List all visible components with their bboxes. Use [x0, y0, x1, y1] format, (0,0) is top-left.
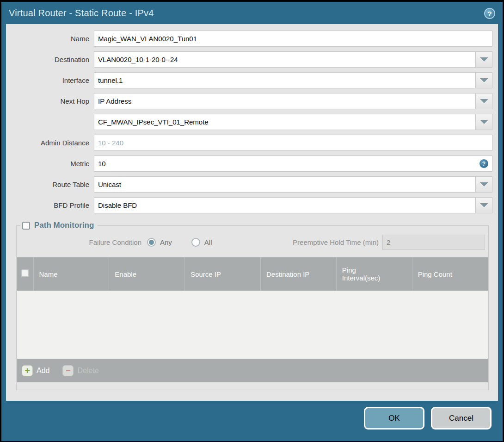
table-header-source-ip: Source IP: [185, 257, 261, 291]
dialog-content: Name Destination Interface Next Hop: [6, 24, 498, 401]
metric-help-icon[interactable]: ?: [479, 159, 488, 168]
route-table-dropdown-button[interactable]: [476, 176, 492, 193]
destination-row: Destination: [6, 51, 498, 68]
failure-condition-row: Failure Condition Any All Preemptive Hol…: [17, 235, 488, 250]
cancel-button[interactable]: Cancel: [431, 407, 492, 430]
failure-condition-any-radio: [147, 238, 156, 247]
route-table-input[interactable]: [94, 176, 476, 193]
name-row: Name: [6, 31, 498, 47]
next-hop-type-dropdown-button[interactable]: [476, 93, 492, 109]
dialog-frame: Virtual Router - Static Route - IPv4 ? N…: [1, 2, 503, 441]
chevron-down-icon: [480, 78, 488, 82]
bfd-profile-dropdown-button[interactable]: [476, 197, 492, 213]
preemptive-hold-time-input: [382, 235, 485, 250]
table-empty-area: [17, 291, 488, 359]
path-monitoring-checkbox[interactable]: [22, 222, 30, 230]
chevron-down-icon: [480, 57, 488, 62]
bfd-profile-label: BFD Profile: [6, 201, 94, 209]
route-table-row: Route Table: [6, 176, 498, 193]
metric-label: Metric: [6, 160, 94, 168]
name-input[interactable]: [94, 31, 492, 47]
interface-row: Interface: [6, 72, 498, 88]
name-label: Name: [6, 35, 94, 43]
delete-button-label: Delete: [77, 367, 98, 375]
next-hop-label: Next Hop: [6, 97, 94, 105]
failure-condition-any-label: Any: [160, 238, 172, 246]
next-hop-type-input[interactable]: [94, 93, 476, 109]
delete-button: − Delete: [62, 365, 98, 376]
destination-label: Destination: [6, 56, 94, 63]
table-toolbar: + Add − Delete: [17, 359, 488, 382]
delete-minus-icon: −: [62, 365, 74, 376]
dialog-title: Virtual Router - Static Route - IPv4: [9, 8, 154, 19]
interface-input[interactable]: [94, 72, 476, 88]
metric-input[interactable]: [94, 156, 492, 172]
table-header-ping-interval: Ping Interval(sec): [336, 257, 412, 291]
route-table-label: Route Table: [6, 181, 94, 188]
bfd-profile-input[interactable]: [94, 197, 476, 213]
next-hop-row: Next Hop: [6, 93, 498, 109]
bfd-profile-row: BFD Profile: [6, 197, 498, 213]
chevron-down-icon: [480, 182, 488, 187]
dialog-footer: OK Cancel: [1, 401, 503, 441]
path-monitoring-legend: Path Monitoring: [20, 221, 98, 230]
table-empty-row: [17, 291, 488, 359]
interface-dropdown-button[interactable]: [476, 72, 492, 88]
add-plus-icon: +: [22, 365, 33, 376]
help-icon[interactable]: ?: [484, 8, 495, 19]
add-button-label: Add: [37, 367, 49, 375]
table-header-destination-ip: Destination IP: [260, 257, 336, 291]
next-hop-address-input[interactable]: [94, 114, 476, 130]
interface-label: Interface: [6, 76, 94, 84]
next-hop-address-row: [6, 114, 498, 130]
ok-button[interactable]: OK: [364, 407, 424, 430]
admin-distance-label: Admin Distance: [6, 139, 94, 147]
chevron-down-icon: [480, 120, 488, 124]
path-monitoring-title: Path Monitoring: [34, 221, 94, 230]
add-button[interactable]: + Add: [22, 365, 49, 376]
admin-distance-input[interactable]: [94, 135, 492, 151]
destination-input[interactable]: [94, 51, 476, 68]
chevron-down-icon: [480, 99, 488, 103]
table-select-all-cell: [17, 257, 33, 291]
next-hop-address-dropdown-button[interactable]: [476, 114, 492, 130]
table-select-all-checkbox: [21, 269, 29, 277]
destination-dropdown-button[interactable]: [476, 51, 492, 68]
dialog-titlebar: Virtual Router - Static Route - IPv4 ?: [1, 2, 503, 24]
table-header-row: Name Enable Source IP Destination IP Pin…: [17, 257, 488, 291]
table-header-ping-count: Ping Count: [412, 257, 488, 291]
admin-distance-row: Admin Distance: [6, 135, 498, 151]
failure-condition-label: Failure Condition: [17, 238, 147, 246]
path-monitoring-section: Path Monitoring Failure Condition Any Al…: [16, 221, 489, 390]
metric-row: Metric ?: [6, 156, 498, 172]
chevron-down-icon: [480, 203, 488, 207]
table-header-name: Name: [33, 257, 109, 291]
failure-condition-all-label: All: [204, 238, 212, 246]
table-header-enable: Enable: [109, 257, 185, 291]
preemptive-hold-time-label: Preemptive Hold Time (min): [293, 238, 379, 246]
path-monitoring-table: Name Enable Source IP Destination IP Pin…: [17, 257, 488, 359]
failure-condition-all-radio: [191, 238, 200, 247]
